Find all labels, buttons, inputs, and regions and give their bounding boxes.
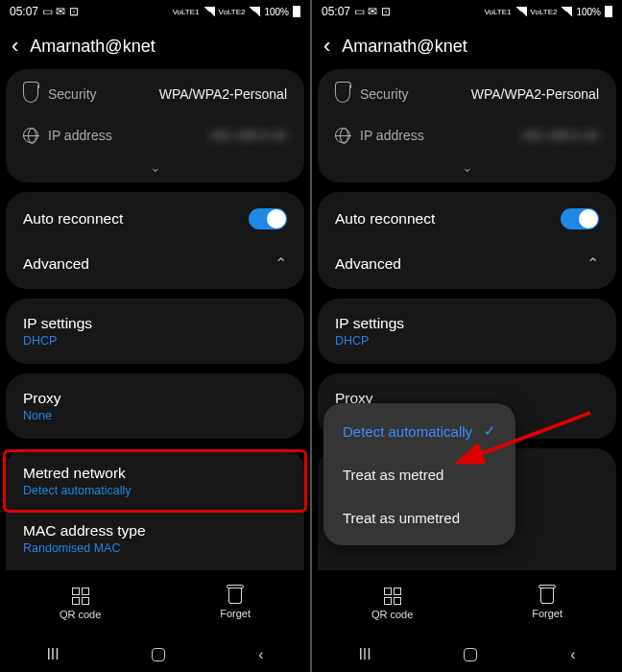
battery-pct: 100% (576, 7, 601, 17)
dropdown-opt1-label: Detect automatically (343, 423, 472, 440)
mac-type-value: Randomised MAC (23, 541, 146, 555)
mac-type-row[interactable]: MAC address type Randomised MAC (6, 510, 304, 567)
lte-icon-2: VoLTE2 (219, 8, 246, 16)
signal-icon (203, 7, 215, 16)
auto-reconnect-toggle[interactable] (249, 208, 287, 229)
security-label: Security (48, 86, 97, 102)
qr-code-button[interactable]: QR code (60, 588, 101, 620)
dropdown-option-unmetered[interactable]: Treat as unmetred (323, 496, 515, 540)
nav-home[interactable] (152, 648, 165, 661)
expand-toggle[interactable]: ⌄ (6, 156, 304, 179)
shield-icon (23, 85, 38, 103)
status-time: 05:07 (10, 5, 38, 18)
signal-icon-2 (561, 7, 572, 16)
auto-reconnect-label: Auto reconnect (335, 210, 435, 228)
metered-network-row[interactable]: Metred network Detect automatically (3, 449, 307, 513)
ip-row: IP address 192.168.0.42 (318, 115, 616, 156)
screen-right: 05:07 ▭ ✉ ⊡ VoLTE1 VoLTE2 100% ‹ Amarnat… (312, 0, 622, 672)
chevron-down-icon: ⌄ (150, 159, 161, 175)
nav-bar: III ‹ (0, 637, 310, 672)
network-info-card: Security WPA/WPA2-Personal IP address 19… (318, 69, 616, 182)
advanced-label: Advanced (335, 255, 401, 273)
proxy-value: None (23, 409, 61, 422)
mac-address-row: MAC address (318, 558, 616, 570)
network-info-card: Security WPA/WPA2-Personal IP address 19… (6, 69, 304, 182)
dropdown-opt2-label: Treat as metred (343, 467, 443, 483)
ip-label: IP address (360, 128, 424, 143)
security-row: Security WPA/WPA2-Personal (318, 73, 616, 115)
qr-icon (72, 588, 89, 605)
nav-recents[interactable]: III (46, 646, 59, 663)
nav-back[interactable]: ‹ (570, 646, 575, 663)
metered-value: Detect automatically (23, 484, 132, 497)
signal-icon (515, 7, 527, 16)
mac-address-row: MAC address (6, 567, 304, 570)
back-button[interactable]: ‹ (323, 34, 330, 59)
lte-icon-2: VoLTE2 (531, 8, 558, 16)
chevron-up-icon: ⌃ (275, 254, 287, 273)
nav-home[interactable] (464, 648, 477, 661)
status-time: 05:07 (322, 5, 350, 18)
signal-icon-2 (249, 7, 260, 16)
bottom-bar: QR code Forget (0, 570, 310, 637)
nav-back[interactable]: ‹ (258, 646, 263, 663)
forget-button[interactable]: Forget (532, 588, 562, 619)
ip-value: 192.168.0.42 (208, 128, 287, 143)
dropdown-option-detect[interactable]: Detect automatically ✓ (323, 409, 515, 453)
ip-settings-row[interactable]: IP settings DHCP (318, 302, 616, 360)
battery-icon (605, 6, 612, 17)
ip-settings-row[interactable]: IP settings DHCP (6, 302, 304, 360)
proxy-label: Proxy (23, 390, 61, 407)
globe-icon (335, 128, 350, 143)
expand-toggle[interactable]: ⌄ (318, 156, 616, 179)
dropdown-opt3-label: Treat as unmetred (343, 510, 460, 526)
forget-label: Forget (532, 608, 562, 619)
battery-pct: 100% (264, 7, 289, 17)
globe-icon (23, 128, 38, 143)
auto-reconnect-label: Auto reconnect (23, 210, 123, 228)
lte-icon: VoLTE1 (485, 8, 512, 16)
ip-label: IP address (48, 128, 112, 143)
battery-icon (293, 6, 300, 17)
ip-value: 192.168.0.42 (520, 128, 599, 143)
security-label: Security (360, 86, 409, 102)
qr-code-button[interactable]: QR code (371, 588, 413, 620)
trash-icon (228, 588, 242, 604)
ip-settings-value: DHCP (23, 334, 92, 348)
page-title: Amarnath@knet (30, 36, 155, 57)
back-button[interactable]: ‹ (12, 34, 18, 59)
status-bar: 05:07 ▭ ✉ ⊡ VoLTE1 VoLTE2 100% (0, 0, 310, 23)
ip-settings-label: IP settings (335, 315, 404, 332)
nav-recents[interactable]: III (358, 646, 371, 663)
status-icon: ▭ ✉ ⊡ (42, 5, 79, 18)
check-icon: ✓ (484, 422, 496, 440)
chevron-down-icon: ⌄ (462, 159, 473, 175)
security-row: Security WPA/WPA2-Personal (6, 73, 304, 115)
ip-settings-label: IP settings (23, 315, 92, 332)
header: ‹ Amarnath@knet (0, 23, 310, 69)
advanced-row[interactable]: Advanced ⌃ (6, 242, 304, 285)
auto-reconnect-row[interactable]: Auto reconnect (6, 196, 304, 242)
trash-icon (540, 588, 554, 604)
proxy-row[interactable]: Proxy None (6, 377, 304, 435)
nav-bar: III ‹ (312, 637, 622, 672)
lte-icon: VoLTE1 (173, 8, 200, 16)
security-value: WPA/WPA2-Personal (159, 86, 287, 102)
status-icon: ▭ ✉ ⊡ (354, 5, 391, 18)
page-title: Amarnath@knet (342, 36, 466, 57)
ip-row: IP address 192.168.0.42 (6, 115, 304, 156)
advanced-row[interactable]: Advanced ⌃ (318, 242, 616, 285)
bottom-bar: QR code Forget (312, 570, 622, 637)
screen-left: 05:07 ▭ ✉ ⊡ VoLTE1 VoLTE2 100% ‹ Amarnat… (0, 0, 310, 672)
auto-reconnect-toggle[interactable] (561, 208, 599, 229)
auto-reconnect-row[interactable]: Auto reconnect (318, 196, 616, 242)
forget-button[interactable]: Forget (220, 588, 251, 619)
status-bar: 05:07 ▭ ✉ ⊡ VoLTE1 VoLTE2 100% (312, 0, 622, 23)
security-value: WPA/WPA2-Personal (471, 86, 599, 102)
metered-dropdown: Detect automatically ✓ Treat as metred T… (323, 403, 515, 545)
qr-label: QR code (371, 609, 413, 620)
ip-settings-value: DHCP (335, 334, 404, 348)
advanced-label: Advanced (23, 255, 89, 273)
dropdown-option-metered[interactable]: Treat as metred (323, 453, 515, 496)
mac-type-label: MAC address type (23, 522, 146, 540)
